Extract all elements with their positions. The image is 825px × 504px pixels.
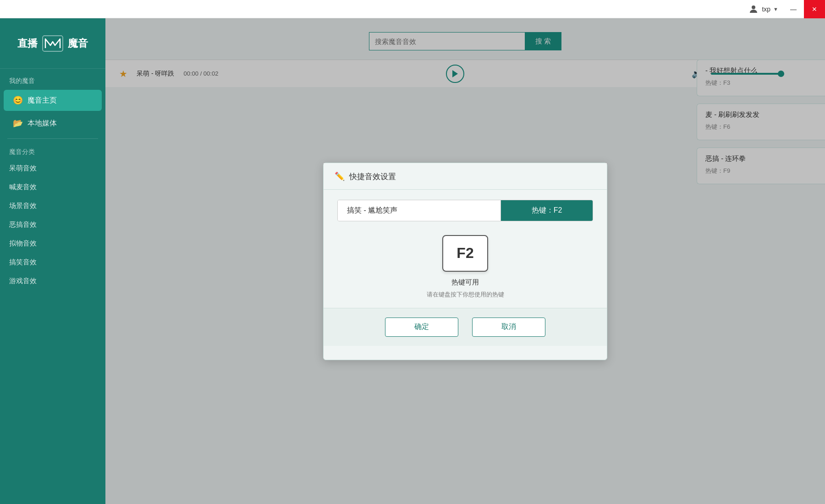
modal-hotkey-label: 热键：F2 bbox=[501, 200, 593, 221]
minimize-button[interactable]: — bbox=[783, 0, 804, 18]
modal-footer: 确定 取消 bbox=[324, 308, 607, 346]
sidebar-logo: 直播 魔音 bbox=[0, 18, 105, 69]
main-layout: 直播 魔音 我的魔音 😊 魔音主页 📂 本地媒体 魔音分类 呆萌音效 喊 bbox=[0, 18, 825, 504]
modal-overlay: ✏️ 快捷音效设置 搞笑 - 尴尬笑声 热键：F2 F2 热键可用 请在键盘按下… bbox=[105, 18, 825, 504]
logo-text-right: 魔音 bbox=[68, 37, 88, 50]
pencil-icon: ✏️ bbox=[335, 171, 345, 181]
home-icon: 😊 bbox=[13, 95, 23, 105]
sidebar-item-scene[interactable]: 场景音效 bbox=[0, 197, 105, 215]
logo-icon bbox=[41, 34, 64, 53]
close-button[interactable]: ✕ bbox=[804, 0, 825, 18]
titlebar-user: txp ▼ bbox=[748, 4, 778, 15]
modal-sound-row: 搞笑 - 尴尬笑声 热键：F2 bbox=[337, 200, 593, 221]
hotkey-settings-modal: ✏️ 快捷音效设置 搞笑 - 尴尬笑声 热键：F2 F2 热键可用 请在键盘按下… bbox=[323, 163, 607, 360]
modal-title: 快捷音效设置 bbox=[349, 171, 396, 182]
titlebar-controls: — ✕ bbox=[783, 0, 825, 18]
key-box: F2 bbox=[442, 235, 488, 272]
modal-confirm-button[interactable]: 确定 bbox=[385, 318, 458, 337]
sidebar-item-home[interactable]: 😊 魔音主页 bbox=[4, 90, 102, 111]
username-label: txp bbox=[762, 5, 770, 13]
sidebar-item-object[interactable]: 拟物音效 bbox=[0, 234, 105, 253]
content-area: 搜 索 - 我好想射点什么 热键：F3 麦 - 刷刷刷发发发 热键：F6 恶搞 … bbox=[105, 18, 825, 504]
modal-cancel-button[interactable]: 取消 bbox=[472, 318, 545, 337]
modal-header: ✏️ 快捷音效设置 bbox=[324, 163, 607, 190]
modal-hotkey-status: 热键可用 bbox=[451, 278, 479, 287]
sidebar-item-funny[interactable]: 恶搞音效 bbox=[0, 215, 105, 234]
folder-icon: 📂 bbox=[13, 118, 23, 128]
modal-hotkey-hint: 请在键盘按下你想使用的热键 bbox=[427, 290, 504, 299]
modal-key-display: F2 热键可用 请在键盘按下你想使用的热键 bbox=[324, 235, 607, 299]
sidebar-divider bbox=[7, 138, 98, 139]
modal-sound-name: 搞笑 - 尴尬笑声 bbox=[338, 200, 501, 221]
titlebar: txp ▼ — ✕ bbox=[0, 0, 825, 18]
sidebar: 直播 魔音 我的魔音 😊 魔音主页 📂 本地媒体 魔音分类 呆萌音效 喊 bbox=[0, 18, 105, 504]
sidebar-item-mic[interactable]: 喊麦音效 bbox=[0, 178, 105, 197]
user-icon bbox=[748, 4, 759, 15]
dropdown-icon[interactable]: ▼ bbox=[773, 6, 778, 12]
sidebar-item-joke[interactable]: 搞笑音效 bbox=[0, 253, 105, 272]
my-section-label: 我的魔音 bbox=[0, 69, 105, 89]
logo-text-left: 直播 bbox=[17, 37, 38, 50]
sidebar-item-game[interactable]: 游戏音效 bbox=[0, 272, 105, 290]
sidebar-home-label: 魔音主页 bbox=[28, 96, 57, 105]
category-section-label: 魔音分类 bbox=[0, 142, 105, 159]
svg-point-0 bbox=[752, 5, 755, 9]
sidebar-item-local-media[interactable]: 📂 本地媒体 bbox=[4, 113, 102, 134]
sidebar-item-cute[interactable]: 呆萌音效 bbox=[0, 159, 105, 178]
sidebar-local-media-label: 本地媒体 bbox=[28, 119, 57, 128]
